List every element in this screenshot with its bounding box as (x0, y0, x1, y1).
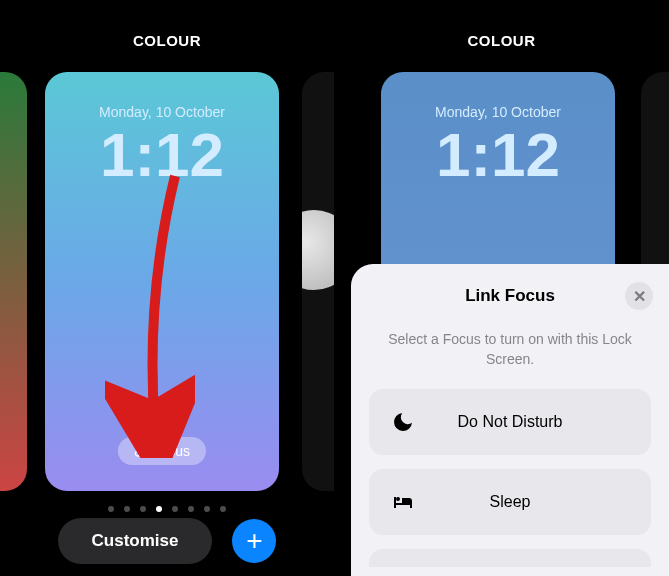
page-dot (220, 506, 226, 512)
close-button[interactable]: ✕ (625, 282, 653, 310)
lockscreen-date: Monday, 10 October (45, 104, 279, 120)
sheet-subtitle: Select a Focus to turn on with this Lock… (369, 330, 651, 369)
prev-wallpaper-preview[interactable] (0, 72, 27, 491)
lockscreen-time: 1:12 (45, 124, 279, 186)
next-wallpaper-preview[interactable] (302, 72, 334, 491)
focus-link-pill[interactable]: Focus (118, 437, 206, 465)
page-dot (108, 506, 114, 512)
wallpaper-category-label: COLOUR (0, 0, 334, 69)
page-dot (140, 506, 146, 512)
lockscreen-date: Monday, 10 October (381, 104, 615, 120)
screen-link-focus-sheet: COLOUR Monday, 10 October 1:12 Link Focu… (334, 0, 669, 576)
close-icon: ✕ (633, 287, 646, 306)
wallpaper-preview-card[interactable]: Monday, 10 October 1:12 Focus (45, 72, 279, 491)
moon-image (302, 210, 334, 290)
focus-pill-label: Focus (152, 443, 190, 459)
screen-lockscreen-gallery: COLOUR Monday, 10 October 1:12 Focus Cus… (0, 0, 334, 576)
bottom-toolbar: Customise + (0, 518, 334, 564)
page-dot (124, 506, 130, 512)
link-icon (134, 445, 146, 457)
sheet-title: Link Focus (369, 286, 651, 306)
customise-button[interactable]: Customise (58, 518, 213, 564)
focus-option-sleep[interactable]: Sleep (369, 469, 651, 535)
wallpaper-category-label: COLOUR (334, 0, 669, 69)
plus-icon: + (246, 527, 262, 555)
page-indicator (108, 506, 226, 512)
focus-option-partial[interactable] (369, 549, 651, 567)
next-wallpaper-preview (641, 72, 669, 272)
page-dot (172, 506, 178, 512)
page-dot (188, 506, 194, 512)
bed-icon (391, 490, 415, 514)
focus-option-do-not-disturb[interactable]: Do Not Disturb (369, 389, 651, 455)
page-dot-active (156, 506, 162, 512)
lockscreen-time: 1:12 (381, 124, 615, 186)
page-dot (204, 506, 210, 512)
moon-icon (391, 410, 415, 434)
add-wallpaper-button[interactable]: + (232, 519, 276, 563)
link-focus-sheet: Link Focus ✕ Select a Focus to turn on w… (351, 264, 669, 576)
